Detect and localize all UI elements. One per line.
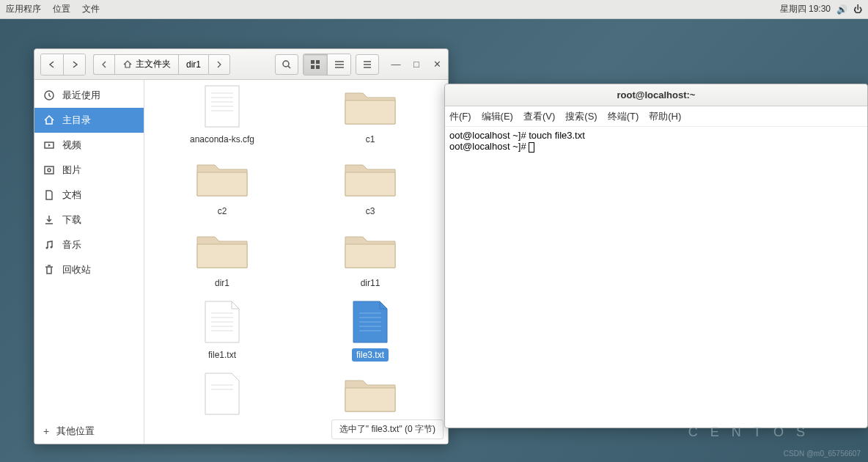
sidebar-item-home[interactable]: 主目录 <box>34 108 144 133</box>
file-item-c2[interactable]: c2 <box>152 152 293 221</box>
term-menu-file[interactable]: 件(F) <box>449 110 471 123</box>
minimize-button[interactable]: — <box>391 59 401 70</box>
status-bar: 选中了" file3.txt" (0 字节) <box>331 419 444 439</box>
breadcrumb-home[interactable]: 主文件夹 <box>114 54 178 75</box>
sidebar-item-documents[interactable]: 文档 <box>34 183 144 208</box>
forward-button[interactable] <box>63 54 85 75</box>
icon-view-button[interactable] <box>304 54 327 75</box>
svg-rect-7 <box>45 166 54 174</box>
term-menu-search[interactable]: 搜索(S) <box>565 110 597 123</box>
term-menu-view[interactable]: 查看(V) <box>523 110 555 123</box>
terminal-cursor <box>529 142 534 153</box>
volume-icon[interactable]: 🔊 <box>836 4 847 15</box>
close-button[interactable]: ✕ <box>432 59 442 70</box>
search-button[interactable] <box>275 54 298 75</box>
breadcrumb: 主文件夹 dir1 <box>93 54 230 75</box>
sidebar-item-trash[interactable]: 回收站 <box>34 257 144 282</box>
svg-point-0 <box>283 61 289 67</box>
file-item-anaconda[interactable]: anaconda-ks.cfg <box>152 80 293 149</box>
clock: 星期四 19:30 <box>780 3 831 15</box>
sidebar: 最近使用 主目录 视频 图片 文档 下载 音乐 回收站 +其他位置 <box>34 80 144 444</box>
maximize-button[interactable]: □ <box>411 59 422 70</box>
breadcrumb-back[interactable] <box>93 54 114 75</box>
svg-point-9 <box>46 247 48 249</box>
fm-header: 主文件夹 dir1 — □ ✕ <box>34 49 448 80</box>
sidebar-item-music[interactable]: 音乐 <box>34 232 144 257</box>
sidebar-item-recent[interactable]: 最近使用 <box>34 83 144 108</box>
file-item-file1[interactable]: file1.txt <box>152 296 293 364</box>
power-icon[interactable]: ⏻ <box>853 4 862 15</box>
term-menu-terminal[interactable]: 终端(T) <box>608 110 639 123</box>
top-panel: 应用程序 位置 文件 星期四 19:30 🔊 ⏻ <box>0 0 868 19</box>
file-item-partial-folder[interactable] <box>300 367 441 420</box>
file-item-c3[interactable]: c3 <box>300 152 441 221</box>
file-item-c1[interactable]: c1 <box>300 80 441 149</box>
svg-rect-1 <box>311 60 315 64</box>
terminal-menubar: 件(F) 编辑(E) 查看(V) 搜索(S) 终端(T) 帮助(H) <box>445 106 867 127</box>
file-item-dir11[interactable]: dir11 <box>300 224 441 293</box>
svg-rect-4 <box>316 65 320 69</box>
file-item-partial-doc[interactable] <box>152 367 293 420</box>
watermark: CSDN @m0_65756607 <box>784 450 861 458</box>
sidebar-item-downloads[interactable]: 下载 <box>34 208 144 232</box>
sidebar-item-other[interactable]: +其他位置 <box>34 419 144 444</box>
terminal-body[interactable]: oot@localhost ~]# touch file3.txt oot@lo… <box>445 127 867 155</box>
sidebar-item-pictures[interactable]: 图片 <box>34 158 144 183</box>
menu-button[interactable] <box>356 54 379 75</box>
terminal-window: root@localhost:~ 件(F) 编辑(E) 查看(V) 搜索(S) … <box>444 84 868 428</box>
file-item-dir1[interactable]: dir1 <box>152 224 293 293</box>
back-button[interactable] <box>41 54 63 75</box>
svg-rect-3 <box>311 65 315 69</box>
file-content-area[interactable]: anaconda-ks.cfg c1 c2 c3 dir1 <box>144 80 448 444</box>
breadcrumb-dir1[interactable]: dir1 <box>178 54 208 75</box>
menu-applications[interactable]: 应用程序 <box>6 3 41 15</box>
svg-point-8 <box>48 169 51 172</box>
file-item-file3[interactable]: file3.txt <box>300 296 441 364</box>
menu-files[interactable]: 文件 <box>82 3 100 15</box>
menu-places[interactable]: 位置 <box>53 3 70 15</box>
centos-logo: C E N T O S <box>688 425 809 440</box>
sidebar-item-videos[interactable]: 视频 <box>34 133 144 158</box>
list-view-button[interactable] <box>327 54 350 75</box>
svg-rect-2 <box>316 60 320 64</box>
term-menu-edit[interactable]: 编辑(E) <box>482 110 513 123</box>
file-manager-window: 主文件夹 dir1 — □ ✕ 最近使用 主目录 视频 图片 文档 <box>34 48 449 444</box>
term-menu-help[interactable]: 帮助(H) <box>649 110 681 123</box>
svg-point-10 <box>51 246 53 249</box>
terminal-title: root@localhost:~ <box>445 84 867 106</box>
breadcrumb-forward[interactable] <box>208 54 230 75</box>
